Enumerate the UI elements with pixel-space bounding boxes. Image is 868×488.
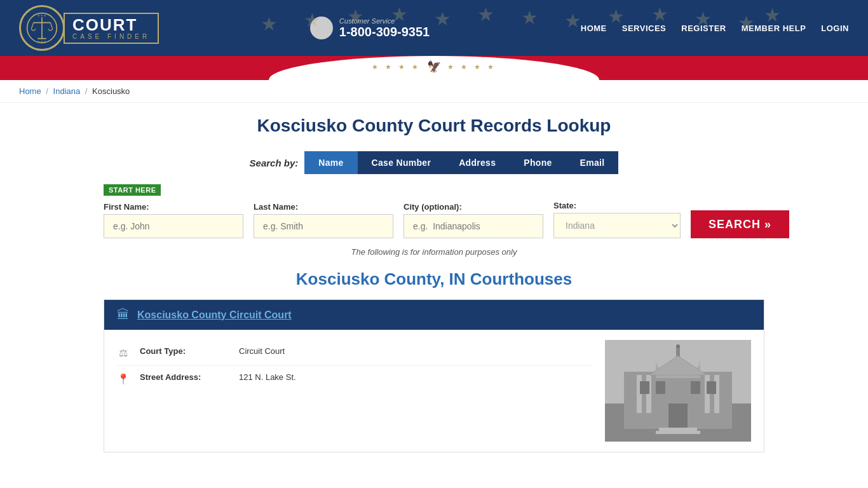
search-by-label: Search by: (250, 158, 299, 168)
search-fields: First Name: Last Name: City (optional): … (104, 201, 764, 238)
customer-service-label: Customer Service (339, 17, 430, 25)
svg-rect-25 (668, 403, 688, 429)
state-group: State: Indiana Alabama Alaska Arizona Ca… (553, 201, 681, 238)
svg-text:★ ★ ★: ★ ★ ★ (37, 40, 46, 43)
breadcrumb-sep-1: / (46, 86, 48, 96)
state-label: State: (553, 201, 681, 210)
detail-row-address: 📍 Street Address: 121 N. Lake St. (117, 366, 592, 391)
first-name-group: First Name: (104, 202, 243, 238)
svg-text:★ ★ ★: ★ ★ ★ (37, 14, 46, 17)
tab-name[interactable]: Name (304, 151, 357, 174)
map-pin-icon: 📍 (117, 373, 130, 385)
breadcrumb-indiana[interactable]: Indiana (53, 86, 81, 96)
svg-rect-24 (707, 381, 716, 394)
last-name-group: Last Name: (254, 202, 393, 238)
detail-row-court-type: ⚖ Court Type: Circuit Court (117, 340, 592, 366)
nav-services[interactable]: SERVICES (622, 24, 667, 33)
info-note: The following is for information purpose… (104, 247, 764, 257)
courthouse-name-link[interactable]: Kosciusko County Circuit Court (137, 309, 292, 321)
tab-email[interactable]: Email (566, 151, 619, 174)
search-tabs: Name Case Number Address Phone Email (304, 151, 618, 174)
tab-address[interactable]: Address (445, 151, 510, 174)
start-here-badge: START HERE (104, 184, 161, 196)
city-label: City (optional): (403, 202, 543, 212)
nav-home[interactable]: HOME (581, 24, 607, 33)
breadcrumb-home[interactable]: Home (19, 86, 41, 96)
court-type-label: Court Type: (140, 346, 229, 356)
page-title: Kosciusko County Court Records Lookup (104, 116, 764, 136)
gavel-icon: ⚖ (117, 347, 130, 359)
courthouse-image (605, 340, 751, 442)
nav-register[interactable]: REGISTER (681, 24, 726, 33)
nav-login[interactable]: LOGIN (821, 24, 849, 33)
courthouses-title: Kosciusko County, IN Courthouses (104, 269, 764, 289)
logo-court-text: COURT (72, 17, 150, 33)
logo-casefinder-text: CASE FINDER (72, 33, 150, 40)
courthouse-body: ⚖ Court Type: Circuit Court 📍 Street Add… (104, 330, 764, 452)
address-label: Street Address: (140, 372, 229, 382)
breadcrumb-sep-2: / (85, 86, 88, 96)
last-name-label: Last Name: (254, 202, 393, 212)
search-button[interactable]: SEARCH » (691, 210, 789, 238)
svg-rect-27 (656, 431, 700, 434)
courthouse-details: ⚖ Court Type: Circuit Court 📍 Street Add… (117, 340, 592, 442)
svg-rect-23 (691, 381, 700, 394)
first-name-label: First Name: (104, 202, 243, 212)
svg-point-16 (676, 344, 680, 348)
customer-service-block: Customer Service 1-800-309-9351 (310, 17, 430, 39)
svg-rect-22 (656, 381, 665, 394)
city-group: City (optional): (403, 202, 543, 238)
nav-member-help[interactable]: MEMBER HELP (742, 24, 806, 33)
city-input[interactable] (403, 214, 543, 238)
main-nav: HOME SERVICES REGISTER MEMBER HELP LOGIN (581, 24, 849, 33)
courthouse-header: 🏛 Kosciusko County Circuit Court (104, 300, 764, 330)
svg-point-8 (318, 23, 324, 29)
address-value: 121 N. Lake St. (239, 372, 296, 382)
breadcrumb: Home / Indiana / Kosciusko (0, 80, 868, 103)
search-section: Search by: Name Case Number Address Phon… (104, 151, 764, 257)
first-name-input[interactable] (104, 214, 243, 238)
customer-service-phone: 1-800-309-9351 (339, 25, 430, 39)
tab-case-number[interactable]: Case Number (358, 151, 445, 174)
court-type-value: Circuit Court (239, 346, 285, 356)
svg-rect-26 (659, 428, 697, 431)
courthouse-card: 🏛 Kosciusko County Circuit Court ⚖ Court… (104, 299, 764, 452)
courthouse-icon: 🏛 (117, 308, 130, 322)
state-select[interactable]: Indiana Alabama Alaska Arizona Californi… (553, 213, 681, 238)
svg-rect-21 (640, 381, 649, 394)
breadcrumb-kosciusko: Kosciusko (92, 86, 130, 96)
tab-phone[interactable]: Phone (510, 151, 566, 174)
phone-icon (310, 17, 333, 39)
last-name-input[interactable] (254, 214, 393, 238)
site-logo: ★ ★ ★ ★ ★ ★ COURT CASE FINDER (19, 5, 159, 51)
